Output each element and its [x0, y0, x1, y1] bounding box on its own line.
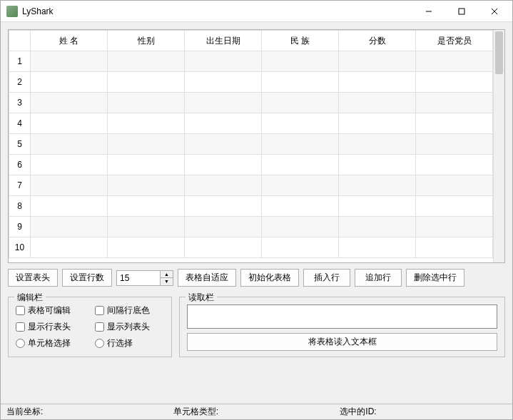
table-cell[interactable]	[185, 196, 262, 217]
table-row[interactable]: 8	[9, 196, 493, 217]
col-header[interactable]: 性别	[108, 31, 185, 51]
table-cell[interactable]	[339, 134, 416, 155]
insert-row-button[interactable]: 插入行	[303, 269, 350, 287]
table-cell[interactable]	[262, 113, 339, 134]
table-row[interactable]: 1	[9, 51, 493, 72]
table-cell[interactable]	[108, 217, 185, 237]
show-col-header-checkbox[interactable]: 显示列表头	[95, 321, 164, 333]
table-row[interactable]: 7	[9, 175, 493, 196]
table-row[interactable]: 9	[9, 217, 493, 237]
maximize-button[interactable]	[445, 1, 478, 22]
table-cell[interactable]	[31, 155, 108, 175]
minimize-button[interactable]	[412, 1, 445, 22]
table-row[interactable]: 3	[9, 93, 493, 113]
alt-row-bg-checkbox[interactable]: 间隔行底色	[95, 304, 164, 317]
table-cell[interactable]	[262, 175, 339, 196]
row-select-radio[interactable]: 行选择	[95, 337, 164, 349]
table-cell[interactable]	[416, 196, 493, 217]
table-cell[interactable]	[108, 51, 185, 72]
table-cell[interactable]	[108, 113, 185, 134]
col-header[interactable]: 民 族	[262, 31, 339, 51]
spin-down-button[interactable]: ▼	[161, 278, 173, 285]
row-header[interactable]: 3	[9, 93, 31, 113]
table-cell[interactable]	[416, 237, 493, 258]
row-header[interactable]: 10	[9, 237, 31, 258]
table-cell[interactable]	[108, 93, 185, 113]
table-cell[interactable]	[31, 134, 108, 155]
table-cell[interactable]	[31, 51, 108, 72]
col-header[interactable]: 是否党员	[416, 31, 493, 51]
row-header[interactable]: 4	[9, 113, 31, 134]
table-cell[interactable]	[31, 196, 108, 217]
table-cell[interactable]	[416, 217, 493, 237]
row-header[interactable]: 9	[9, 217, 31, 237]
table-cell[interactable]	[185, 134, 262, 155]
row-header[interactable]: 7	[9, 175, 31, 196]
close-button[interactable]	[478, 1, 511, 22]
table-cell[interactable]	[416, 175, 493, 196]
row-header[interactable]: 1	[9, 51, 31, 72]
table-cell[interactable]	[185, 72, 262, 93]
table-cell[interactable]	[185, 51, 262, 72]
table-cell[interactable]	[416, 93, 493, 113]
table-row[interactable]: 6	[9, 155, 493, 175]
table-cell[interactable]	[31, 93, 108, 113]
spin-up-button[interactable]: ▲	[161, 271, 173, 279]
set-rows-button[interactable]: 设置行数	[62, 269, 112, 287]
table-cell[interactable]	[108, 72, 185, 93]
table-cell[interactable]	[108, 155, 185, 175]
table-cell[interactable]	[185, 237, 262, 258]
init-table-button[interactable]: 初始化表格	[240, 269, 299, 287]
table-cell[interactable]	[339, 93, 416, 113]
table-cell[interactable]	[416, 72, 493, 93]
vertical-scrollbar[interactable]	[493, 30, 504, 262]
row-header[interactable]: 5	[9, 134, 31, 155]
table-cell[interactable]	[416, 51, 493, 72]
table-cell[interactable]	[339, 217, 416, 237]
table-cell[interactable]	[31, 217, 108, 237]
table-cell[interactable]	[262, 155, 339, 175]
table-cell[interactable]	[108, 237, 185, 258]
scrollbar-thumb[interactable]	[495, 31, 503, 74]
col-header[interactable]: 分数	[339, 31, 416, 51]
table-row[interactable]: 10	[9, 237, 493, 258]
auto-fit-button[interactable]: 表格自适应	[178, 269, 236, 287]
row-count-spinner[interactable]: ▲ ▼	[116, 270, 173, 286]
read-table-button[interactable]: 将表格读入文本框	[187, 333, 497, 351]
table-cell[interactable]	[339, 113, 416, 134]
table-cell[interactable]	[31, 237, 108, 258]
cell-select-radio[interactable]: 单元格选择	[16, 337, 85, 349]
append-row-button[interactable]: 追加行	[355, 269, 402, 287]
table-cell[interactable]	[262, 237, 339, 258]
table-cell[interactable]	[262, 93, 339, 113]
editable-checkbox[interactable]: 表格可编辑	[16, 304, 85, 317]
table-cell[interactable]	[108, 196, 185, 217]
col-header[interactable]: 出生日期	[185, 31, 262, 51]
table-cell[interactable]	[108, 134, 185, 155]
table-cell[interactable]	[31, 175, 108, 196]
table-cell[interactable]	[185, 217, 262, 237]
table-viewport[interactable]: 姓 名 性别 出生日期 民 族 分数 是否党员 12345678910	[9, 30, 493, 262]
row-header[interactable]: 2	[9, 72, 31, 93]
table-cell[interactable]	[262, 217, 339, 237]
set-header-button[interactable]: 设置表头	[8, 269, 58, 287]
delete-selected-button[interactable]: 删除选中行	[406, 269, 464, 287]
row-header[interactable]: 6	[9, 155, 31, 175]
table-cell[interactable]	[339, 196, 416, 217]
table-cell[interactable]	[31, 113, 108, 134]
read-textbox[interactable]	[187, 304, 497, 329]
table-row[interactable]: 4	[9, 113, 493, 134]
table-cell[interactable]	[339, 175, 416, 196]
table-cell[interactable]	[262, 196, 339, 217]
table-cell[interactable]	[185, 175, 262, 196]
table-cell[interactable]	[108, 175, 185, 196]
data-table[interactable]: 姓 名 性别 出生日期 民 族 分数 是否党员 12345678910	[9, 30, 493, 258]
table-cell[interactable]	[339, 72, 416, 93]
table-cell[interactable]	[31, 72, 108, 93]
table-cell[interactable]	[339, 155, 416, 175]
show-row-header-checkbox[interactable]: 显示行表头	[16, 321, 85, 333]
table-cell[interactable]	[416, 155, 493, 175]
table-cell[interactable]	[339, 237, 416, 258]
table-cell[interactable]	[185, 155, 262, 175]
table-cell[interactable]	[339, 51, 416, 72]
